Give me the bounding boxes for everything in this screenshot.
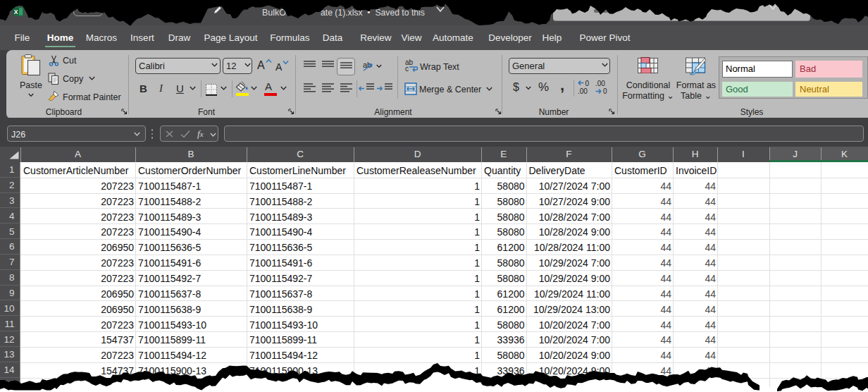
svg-text:.00: .00 [595,80,605,87]
svg-text:0: 0 [585,80,590,87]
svg-text:.00: .00 [578,87,588,95]
svg-text:X: X [14,8,18,16]
